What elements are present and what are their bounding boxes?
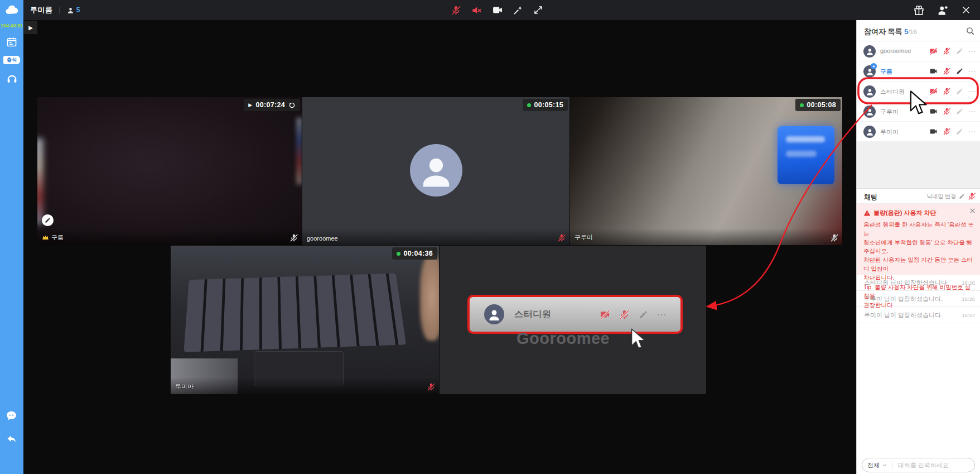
participant-name: 구루미 xyxy=(880,108,899,116)
video-tile-1[interactable]: ▶ 00:07:24 구름 xyxy=(37,97,302,245)
mic-off-icon[interactable] xyxy=(427,382,436,391)
headphones-icon[interactable] xyxy=(6,73,18,84)
draw-button[interactable] xyxy=(42,214,54,226)
chat-scope-select[interactable]: 전체 xyxy=(867,461,880,470)
more-options-icon[interactable]: ··· xyxy=(968,128,976,135)
mic-off-icon[interactable] xyxy=(830,233,839,242)
chat-message-list: 스터디원 님이 입장하셨습니다. 16:26 구루미 님이 입장하셨습니다. 1… xyxy=(857,275,980,323)
mic-off-icon[interactable] xyxy=(943,127,951,136)
more-options-icon: ··· xyxy=(657,310,667,319)
top-bar: 루미룸 | 5 xyxy=(0,0,980,20)
camera-off-icon[interactable] xyxy=(929,47,938,55)
more-options-icon[interactable]: ··· xyxy=(968,88,976,95)
feedback-bubble-icon[interactable] xyxy=(6,410,17,422)
camera-on-icon[interactable] xyxy=(929,127,938,136)
person-silhouette-icon xyxy=(487,308,501,322)
host-badge-icon: ★ xyxy=(871,63,877,69)
video-tile-2[interactable]: 00:05:15 gooroomee xyxy=(302,97,569,245)
camera-on-icon[interactable] xyxy=(929,107,938,116)
close-icon[interactable] xyxy=(961,5,971,15)
avatar xyxy=(863,126,876,138)
chat-message: 스터디원 님이 입장하셨습니다. 16:26 xyxy=(857,275,980,291)
chat-header: 채팅 닉네임 변경 xyxy=(857,189,980,204)
participant-count[interactable]: 5 xyxy=(67,6,80,14)
mic-off-icon xyxy=(619,309,630,320)
topbar-right-actions xyxy=(913,0,980,20)
rename-pencil-icon xyxy=(639,310,648,319)
mic-off-icon[interactable] xyxy=(943,87,951,95)
chat-text-input[interactable] xyxy=(897,461,969,469)
chat-mic-off-icon[interactable] xyxy=(968,192,976,200)
camera-on-icon[interactable] xyxy=(929,67,938,75)
tile-participant-name: 구름 xyxy=(51,233,64,242)
exit-back-icon[interactable] xyxy=(6,434,17,445)
invite-user-icon[interactable] xyxy=(937,4,949,16)
attendance-button[interactable]: 출석 xyxy=(3,56,20,64)
avatar xyxy=(863,85,876,98)
live-dot xyxy=(800,103,804,107)
participant-row[interactable]: gooroomee ··· xyxy=(857,41,980,61)
tile-timer: 00:05:08 xyxy=(795,99,841,111)
video-tile-3[interactable]: 00:05:08 구루미 xyxy=(570,97,842,245)
more-options-icon[interactable]: ··· xyxy=(968,48,976,55)
video-blue-card xyxy=(778,126,834,184)
warning-body: 음란성 행위를 한 사용자는 즉시 '음란성 또는 청소년에게 부적합한 행동'… xyxy=(863,221,974,282)
media-controls xyxy=(451,0,543,20)
participant-row[interactable]: 루미이 ··· xyxy=(857,122,980,142)
host-crown-icon xyxy=(42,234,49,241)
camera-off-icon[interactable] xyxy=(929,87,938,95)
chat-message-time: 16:27 xyxy=(962,312,975,318)
participant-name: 스터디원 xyxy=(880,88,905,96)
video-tile-4[interactable]: 00:04:36 루미아 xyxy=(171,246,439,394)
chat-message-time: 16:26 xyxy=(962,280,975,286)
gift-icon[interactable] xyxy=(913,4,925,16)
participant-row-highlighted[interactable]: 스터디원 ··· xyxy=(857,82,980,102)
rename-pencil-icon[interactable] xyxy=(956,128,963,135)
panel-spacer xyxy=(857,142,980,189)
participant-row[interactable]: 구루미 ··· xyxy=(857,102,980,122)
nickname-change-button[interactable]: 닉네임 변경 xyxy=(926,193,956,200)
participant-name: 루미이 xyxy=(880,128,899,136)
close-icon[interactable] xyxy=(969,207,976,214)
calendar-icon[interactable] xyxy=(6,36,17,47)
video-light-blobs xyxy=(297,118,302,184)
pencil-icon[interactable] xyxy=(959,193,965,199)
play-icon[interactable]: ▶ xyxy=(248,102,252,108)
mic-off-icon[interactable] xyxy=(557,233,566,242)
search-icon[interactable] xyxy=(965,26,975,36)
fullscreen-icon[interactable] xyxy=(533,5,543,15)
app-logo[interactable] xyxy=(0,0,23,20)
mic-off-icon[interactable] xyxy=(289,233,298,242)
sidebar-expand-handle[interactable]: ▶ xyxy=(24,21,37,34)
more-options-icon[interactable]: ··· xyxy=(968,108,976,115)
rename-pencil-icon[interactable] xyxy=(956,88,963,95)
speaker-muted-icon[interactable] xyxy=(471,5,482,16)
rename-pencil-icon[interactable] xyxy=(956,108,963,115)
divider: | xyxy=(59,6,61,14)
more-options-icon[interactable]: ··· xyxy=(968,68,976,75)
rename-pencil-icon[interactable] xyxy=(956,68,963,75)
abuse-warning-notice: 불량(음란) 사용자 차단 음란성 행위를 한 사용자는 즉시 '음란성 또는 … xyxy=(857,204,980,275)
mic-off-icon[interactable] xyxy=(943,67,951,75)
mic-muted-icon[interactable] xyxy=(451,5,461,16)
chat-message-time: 16:26 xyxy=(962,296,975,302)
rename-pencil-icon[interactable] xyxy=(956,47,963,55)
participant-row[interactable]: ★ 구름 ··· xyxy=(857,61,980,82)
participant-name: gooroomee xyxy=(880,47,911,54)
tile-name-bar: 구루미 xyxy=(570,228,842,245)
video-light-streak xyxy=(37,138,43,224)
chat-input-bar: 전체 xyxy=(862,458,975,472)
participant-name: 구름 xyxy=(880,68,892,76)
reset-timer-icon[interactable] xyxy=(288,102,296,109)
chevron-down-icon[interactable] xyxy=(882,462,887,468)
tile-timer: 00:04:36 xyxy=(392,247,437,260)
chat-message-text: 루미이 님이 입장하셨습니다. xyxy=(864,311,943,319)
mic-off-icon[interactable] xyxy=(943,47,951,55)
avatar xyxy=(863,106,876,118)
tile-timer-value: 00:05:08 xyxy=(807,101,836,109)
participant-count-value: 5 xyxy=(76,6,80,14)
pointer-wand-icon[interactable] xyxy=(513,5,523,15)
chat-message: 루미이 님이 입장하셨습니다. 16:27 xyxy=(857,307,980,323)
camera-icon[interactable] xyxy=(492,4,503,16)
mic-off-icon[interactable] xyxy=(943,107,951,116)
